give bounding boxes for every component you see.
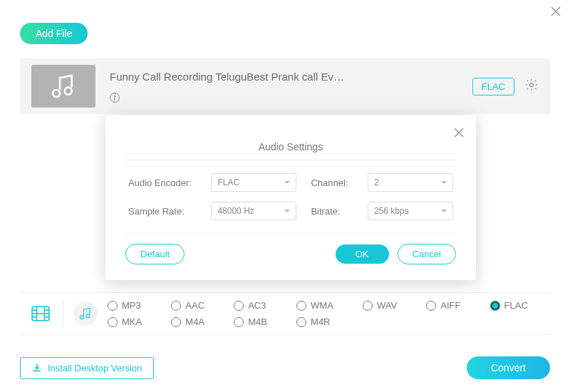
format-label: M4R: [311, 316, 330, 327]
format-label: AC3: [248, 300, 266, 311]
format-label: FLAC: [504, 300, 528, 311]
format-label: AAC: [185, 300, 204, 311]
gear-icon[interactable]: [524, 78, 539, 95]
install-label: Install Desktop Version: [48, 363, 142, 373]
format-label: M4B: [248, 316, 267, 327]
format-wav[interactable]: WAV: [363, 300, 410, 311]
divider: [125, 233, 456, 234]
format-flac[interactable]: FLAC: [490, 300, 542, 311]
svg-point-0: [530, 83, 534, 87]
default-button[interactable]: Default: [125, 244, 185, 264]
format-bar: MP3 AAC AC3 WMA WAV AIFF FLAC MKA M4A M4…: [20, 292, 550, 335]
chevron-down-icon: [441, 181, 447, 184]
channel-select[interactable]: 2: [368, 173, 453, 192]
file-row: Funny Call Recording TeluguBest Prank ca…: [20, 58, 550, 114]
download-icon: [32, 363, 42, 373]
format-m4r[interactable]: M4R: [296, 316, 347, 327]
footer: Install Desktop Version Convert: [20, 356, 550, 379]
audio-settings-modal: Audio Settings Audio Encoder: FLAC Chann…: [105, 115, 476, 280]
bitrate-label: Bitrate:: [311, 206, 353, 217]
format-label: WMA: [311, 300, 333, 311]
format-m4a[interactable]: M4A: [171, 316, 218, 327]
format-ac3[interactable]: AC3: [234, 300, 281, 311]
chevron-down-icon: [284, 181, 290, 184]
encoder-select[interactable]: FLAC: [211, 173, 296, 192]
format-label: M4A: [185, 316, 204, 327]
format-m4b[interactable]: M4B: [234, 316, 281, 327]
chevron-down-icon: [284, 210, 290, 212]
info-icon[interactable]: i: [110, 93, 120, 103]
format-mp3[interactable]: MP3: [108, 300, 155, 311]
file-title: Funny Call Recording TeluguBest Prank ca…: [110, 71, 472, 83]
samplerate-select[interactable]: 48000 Hz: [211, 202, 296, 220]
format-aiff[interactable]: AIFF: [426, 300, 474, 311]
format-wma[interactable]: WMA: [296, 300, 347, 311]
cancel-button[interactable]: Cancel: [398, 244, 456, 264]
install-desktop-button[interactable]: Install Desktop Version: [20, 357, 154, 379]
format-label: MKA: [122, 316, 142, 327]
ok-button[interactable]: OK: [336, 244, 389, 264]
format-label: MP3: [122, 300, 141, 311]
convert-button[interactable]: Convert: [467, 356, 550, 379]
encoder-value: FLAC: [217, 177, 239, 187]
music-note-icon: [49, 72, 78, 100]
format-radios: MP3 AAC AC3 WMA WAV AIFF FLAC MKA M4A M4…: [108, 300, 542, 327]
audio-category-icon[interactable]: [73, 301, 98, 326]
bitrate-select[interactable]: 256 kbps: [368, 202, 453, 220]
video-category-icon[interactable]: [28, 301, 53, 326]
file-thumbnail: [31, 65, 95, 108]
format-badge[interactable]: FLAC: [472, 78, 514, 96]
bitrate-value: 256 kbps: [374, 206, 409, 216]
channel-value: 2: [374, 177, 379, 187]
format-aac[interactable]: AAC: [171, 300, 218, 311]
channel-label: Channel:: [311, 177, 353, 188]
window-close-icon[interactable]: [550, 6, 561, 21]
format-label: WAV: [377, 300, 397, 311]
divider: [63, 301, 63, 326]
add-file-button[interactable]: Add File: [20, 23, 88, 44]
chevron-down-icon: [441, 210, 447, 212]
modal-title: Audio Settings: [125, 141, 456, 153]
samplerate-value: 48000 Hz: [217, 206, 254, 216]
samplerate-label: Sample Rate:: [128, 206, 197, 217]
format-label: AIFF: [440, 300, 460, 311]
divider: [125, 160, 456, 160]
modal-close-icon[interactable]: [453, 125, 465, 142]
encoder-label: Audio Encoder:: [128, 177, 197, 188]
format-mka[interactable]: MKA: [108, 316, 155, 327]
